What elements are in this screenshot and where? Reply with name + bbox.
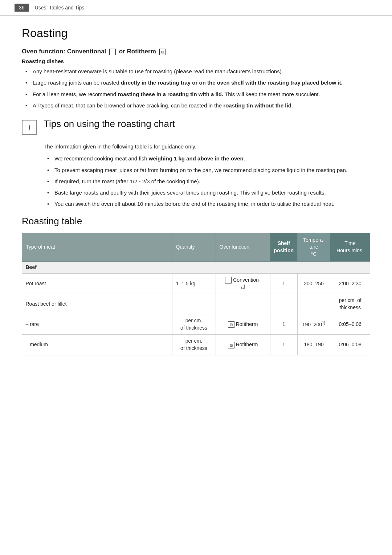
time: 0:05–0:06: [330, 314, 370, 335]
meat-type: Roast beef or fillet: [22, 294, 172, 314]
col-header-shelf: Shelfposition: [270, 233, 297, 262]
list-item: We recommend cooking meat and fish weigh…: [47, 154, 370, 163]
quantity: per cm.of thickness: [172, 335, 216, 355]
roasting-table: Type of meat Quantity Ovenfunction Shelf…: [22, 233, 370, 355]
table-row: Pot roast 1–1.5 kg Convention-al 1 200–2…: [22, 273, 370, 294]
page-header: 36 Uses, Tables and Tips: [0, 0, 392, 16]
list-item: You can switch the oven off about 10 min…: [47, 200, 370, 208]
col-header-temp: Tempera-ture°C: [298, 233, 330, 262]
col-header-meat: Type of meat: [22, 233, 172, 262]
temperature: 200–250: [298, 273, 330, 294]
info-icon-box: i: [22, 120, 37, 135]
section-title: Roasting: [22, 26, 370, 40]
table-row: – medium per cm.of thickness ⊡ Rotitherm…: [22, 335, 370, 355]
rotitherm-icon: ⊡: [228, 321, 234, 328]
list-item: All types of meat, that can be browned o…: [25, 101, 370, 110]
ovenfunction: [216, 294, 270, 314]
roasting-table-title: Roasting table: [22, 216, 370, 227]
list-item: Large roasting joints can be roasted dir…: [25, 78, 370, 87]
tips-title: Tips on using the roasting chart: [44, 118, 175, 130]
table-row: Roast beef or fillet per cm. ofthickness: [22, 294, 370, 314]
list-item: For all lean meats, we recommend roastin…: [25, 90, 370, 98]
shelf-pos: 1: [270, 335, 297, 355]
shelf-pos: [270, 294, 297, 314]
time: per cm. ofthickness: [330, 294, 370, 314]
oven-function-heading: Oven function: Conventional or Rotitherm…: [22, 48, 370, 55]
page-number: 36: [15, 4, 29, 12]
tips-intro: The information given in the following t…: [44, 142, 370, 151]
shelf-pos: 1: [270, 314, 297, 335]
temperature: 180–190: [298, 335, 330, 355]
table-row: – rare per cm.of thickness ⊡ Rotitherm 1…: [22, 314, 370, 335]
conventional-icon: [225, 277, 232, 283]
header-title: Uses, Tables and Tips: [35, 5, 85, 11]
quantity: 1–1.5 kg: [172, 273, 216, 294]
list-item: Baste large roasts and poultry with thei…: [47, 188, 370, 197]
time: 2:00–2:30: [330, 273, 370, 294]
section-header-beef: Beef: [22, 262, 370, 274]
list-item: If required, turn the roast (after 1/2 -…: [47, 177, 370, 185]
col-header-time: TimeHours mins.: [330, 233, 370, 262]
shelf-pos: 1: [270, 273, 297, 294]
main-content: Roasting Oven function: Conventional or …: [0, 16, 392, 370]
rotitherm-icon: ⊡: [159, 49, 166, 55]
ovenfunction: ⊡ Rotitherm: [216, 335, 270, 355]
temperature: 190–2001): [298, 314, 330, 335]
meat-type: Pot roast: [22, 273, 172, 294]
temperature: [298, 294, 330, 314]
col-header-quantity: Quantity: [172, 233, 216, 262]
quantity: per cm.of thickness: [172, 314, 216, 335]
col-header-ovenfunction: Ovenfunction: [216, 233, 270, 262]
meat-type: – rare: [22, 314, 172, 335]
list-item: To prevent escaping meat juices or fat f…: [47, 166, 370, 174]
ovenfunction: Convention-al: [216, 273, 270, 294]
roasting-dishes-title: Roasting dishes: [22, 58, 370, 64]
time: 0:06–0:08: [330, 335, 370, 355]
tips-content: The information given in the following t…: [44, 142, 370, 208]
quantity: [172, 294, 216, 314]
ovenfunction: ⊡ Rotitherm: [216, 314, 270, 335]
tips-list: We recommend cooking meat and fish weigh…: [47, 154, 370, 208]
rotitherm-icon: ⊡: [228, 342, 234, 348]
list-item: Any heat-resistant ovenware is suitable …: [25, 67, 370, 76]
roasting-dishes-list: Any heat-resistant ovenware is suitable …: [25, 67, 370, 110]
tips-section: i Tips on using the roasting chart: [22, 118, 370, 135]
conventional-icon: [109, 49, 116, 55]
beef-label: Beef: [22, 262, 370, 274]
meat-type: – medium: [22, 335, 172, 355]
